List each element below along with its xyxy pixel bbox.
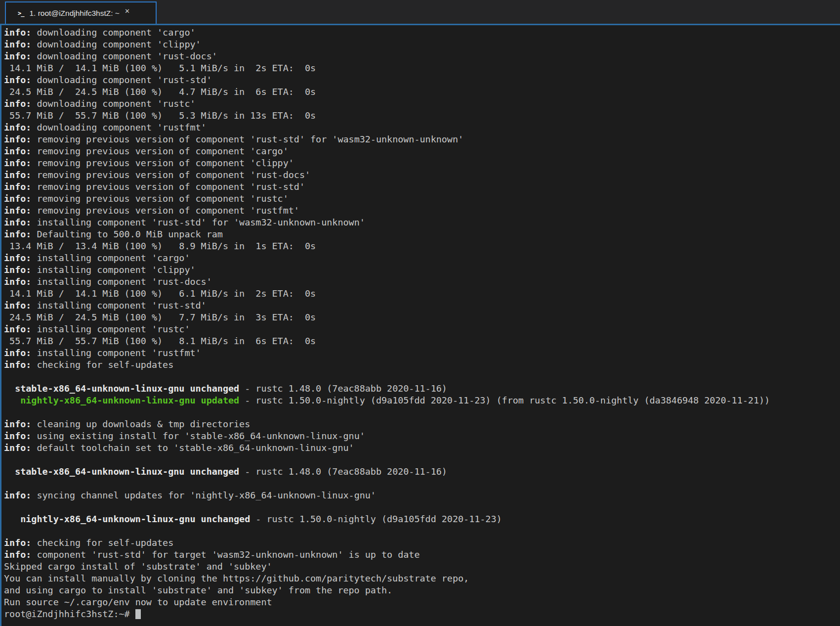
terminal-text-bold: info:: [4, 359, 31, 370]
terminal-text-bold: info:: [4, 205, 31, 216]
terminal-window: >_ 1. root@iZndjhhifc3hstZ: ~ ✕ info: do…: [0, 0, 840, 626]
terminal-line: info: downloading component 'rust-docs': [4, 50, 840, 62]
terminal-line: info: installing component 'rustc': [4, 323, 840, 335]
terminal-line: info: removing previous version of compo…: [4, 157, 840, 169]
terminal-text: - rustc 1.48.0 (7eac88abb 2020-11-16): [239, 383, 447, 394]
terminal-text-bold: info:: [4, 348, 31, 358]
terminal-line: Run source ~/.cargo/env now to update en…: [4, 596, 840, 608]
terminal-text-bold: info:: [4, 276, 31, 287]
terminal-text-bold: info:: [4, 122, 31, 133]
terminal-text: installing component 'rustfmt': [31, 348, 201, 358]
terminal-text: component 'rust-std' for target 'wasm32-…: [31, 549, 420, 560]
terminal-line: [4, 454, 840, 466]
terminal-text: downloading component 'rustfmt': [31, 122, 206, 133]
terminal-text: checking for self-updates: [31, 359, 173, 370]
terminal-line: info: removing previous version of compo…: [4, 205, 840, 217]
tab-title: 1. root@iZndjhhifc3hstZ: ~: [29, 9, 119, 18]
terminal-text: 55.7 MiB / 55.7 MiB (100 %) 8.1 MiB/s in…: [4, 336, 316, 346]
terminal-line: 24.5 MiB / 24.5 MiB (100 %) 4.7 MiB/s in…: [4, 86, 840, 98]
terminal-text: Defaulting to 500.0 MiB unpack ram: [31, 229, 223, 239]
terminal-text: removing previous version of component '…: [31, 205, 299, 216]
terminal-text-bold: info:: [4, 549, 31, 560]
terminal-text: installing component 'rust-docs': [31, 276, 211, 287]
terminal-line: info: checking for self-updates: [4, 537, 840, 549]
terminal-text: installing component 'rust-std': [31, 300, 206, 311]
terminal-line: Skipped cargo install of 'substrate' and…: [4, 561, 840, 573]
terminal-line: info: default toolchain set to 'stable-x…: [4, 442, 840, 454]
terminal-line: info: installing component 'rust-std' fo…: [4, 217, 840, 228]
terminal-text-bold: info:: [4, 490, 31, 500]
terminal-text: installing component 'cargo': [31, 253, 190, 263]
terminal-line: stable-x86_64-unknown-linux-gnu unchange…: [4, 383, 840, 395]
terminal-line: 14.1 MiB / 14.1 MiB (100 %) 6.1 MiB/s in…: [4, 288, 840, 300]
terminal-text-bold: info:: [4, 39, 31, 49]
terminal-text: Run source ~/.cargo/env now to update en…: [4, 597, 272, 607]
terminal-text: using existing install for 'stable-x86_6…: [31, 431, 365, 441]
terminal-line: You can install manually by cloning the …: [4, 573, 840, 584]
terminal-text-green: nightly-x86_64-unknown-linux-gnu updated: [4, 395, 239, 405]
terminal-text: - rustc 1.48.0 (7eac88abb 2020-11-16): [239, 466, 447, 477]
terminal-text: - rustc 1.50.0-nightly (d9a105fdd 2020-1…: [239, 395, 770, 405]
terminal-text-bold: nightly-x86_64-unknown-linux-gnu unchang…: [4, 514, 250, 524]
terminal-line: [4, 406, 840, 418]
terminal-text: downloading component 'cargo': [31, 27, 195, 38]
terminal-text: removing previous version of component '…: [31, 134, 463, 144]
terminal-line: info: downloading component 'cargo': [4, 27, 840, 39]
terminal-text: removing previous version of component '…: [31, 146, 288, 156]
terminal-text-bold: info:: [4, 134, 31, 144]
terminal-tab[interactable]: >_ 1. root@iZndjhhifc3hstZ: ~ ✕: [5, 1, 157, 24]
terminal-text-bold: info:: [4, 324, 31, 334]
terminal-line: nightly-x86_64-unknown-linux-gnu unchang…: [4, 513, 840, 525]
terminal-text-bold: info:: [4, 443, 31, 453]
terminal-text: removing previous version of component '…: [31, 158, 294, 168]
terminal-text-bold: info:: [4, 181, 31, 192]
close-tab-icon[interactable]: ✕: [125, 8, 130, 14]
terminal-text: downloading component 'clippy': [31, 39, 201, 49]
terminal-line: 24.5 MiB / 24.5 MiB (100 %) 7.7 MiB/s in…: [4, 312, 840, 323]
terminal-text-bold: info:: [4, 51, 31, 61]
terminal-line: 55.7 MiB / 55.7 MiB (100 %) 8.1 MiB/s in…: [4, 335, 840, 347]
terminal-text-bold: info:: [4, 229, 31, 239]
terminal-text: 13.4 MiB / 13.4 MiB (100 %) 8.9 MiB/s in…: [4, 241, 316, 251]
terminal-text-bold: info:: [4, 300, 31, 311]
terminal-line: info: removing previous version of compo…: [4, 181, 840, 193]
terminal-text: - rustc 1.50.0-nightly (d9a105fdd 2020-1…: [250, 514, 502, 524]
terminal-line: 14.1 MiB / 14.1 MiB (100 %) 5.1 MiB/s in…: [4, 62, 840, 74]
terminal-text: installing component 'rustc': [31, 324, 190, 334]
terminal-text: syncing channel updates for 'nightly-x86…: [31, 490, 376, 500]
terminal-text: 24.5 MiB / 24.5 MiB (100 %) 7.7 MiB/s in…: [4, 312, 316, 322]
terminal-text-bold: info:: [4, 265, 31, 275]
terminal-line: info: cleaning up downloads & tmp direct…: [4, 418, 840, 430]
terminal-text-bold: info:: [4, 98, 31, 109]
terminal-text: 24.5 MiB / 24.5 MiB (100 %) 4.7 MiB/s in…: [4, 87, 316, 97]
terminal-text: downloading component 'rustc': [31, 98, 195, 109]
terminal-line: root@iZndjhhifc3hstZ:~#: [4, 608, 840, 620]
terminal-text-bold: info:: [4, 27, 31, 38]
terminal-text: cleaning up downloads & tmp directories: [31, 419, 250, 429]
terminal-text: 55.7 MiB / 55.7 MiB (100 %) 5.3 MiB/s in…: [4, 110, 316, 121]
terminal-text: removing previous version of component '…: [31, 193, 288, 204]
terminal-text: You can install manually by cloning the …: [4, 573, 469, 583]
terminal-line: info: downloading component 'rustfmt': [4, 122, 840, 134]
terminal-text: removing previous version of component '…: [31, 181, 305, 192]
terminal-text: checking for self-updates: [31, 537, 173, 548]
terminal-text-bold: info:: [4, 431, 31, 441]
terminal-output[interactable]: info: downloading component 'cargo'info:…: [0, 25, 840, 626]
terminal-line: info: syncing channel updates for 'night…: [4, 490, 840, 501]
terminal-text: 14.1 MiB / 14.1 MiB (100 %) 5.1 MiB/s in…: [4, 63, 316, 73]
terminal-text: default toolchain set to 'stable-x86_64-…: [31, 443, 354, 453]
terminal-line: info: removing previous version of compo…: [4, 134, 840, 145]
terminal-line: 55.7 MiB / 55.7 MiB (100 %) 5.3 MiB/s in…: [4, 110, 840, 122]
terminal-text: root@iZndjhhifc3hstZ:~#: [4, 609, 135, 619]
terminal-line: nightly-x86_64-unknown-linux-gnu updated…: [4, 395, 840, 406]
terminal-line: info: using existing install for 'stable…: [4, 430, 840, 442]
terminal-text-bold: info:: [4, 158, 31, 168]
terminal-line: info: installing component 'rust-std': [4, 300, 840, 312]
terminal-line: info: installing component 'rust-docs': [4, 276, 840, 288]
terminal-line: stable-x86_64-unknown-linux-gnu unchange…: [4, 466, 840, 478]
terminal-line: info: component 'rust-std' for target 'w…: [4, 549, 840, 561]
terminal-prompt-icon: >_: [18, 10, 24, 17]
terminal-line: info: removing previous version of compo…: [4, 169, 840, 181]
terminal-text-bold: info:: [4, 75, 31, 85]
terminal-line: [4, 525, 840, 537]
